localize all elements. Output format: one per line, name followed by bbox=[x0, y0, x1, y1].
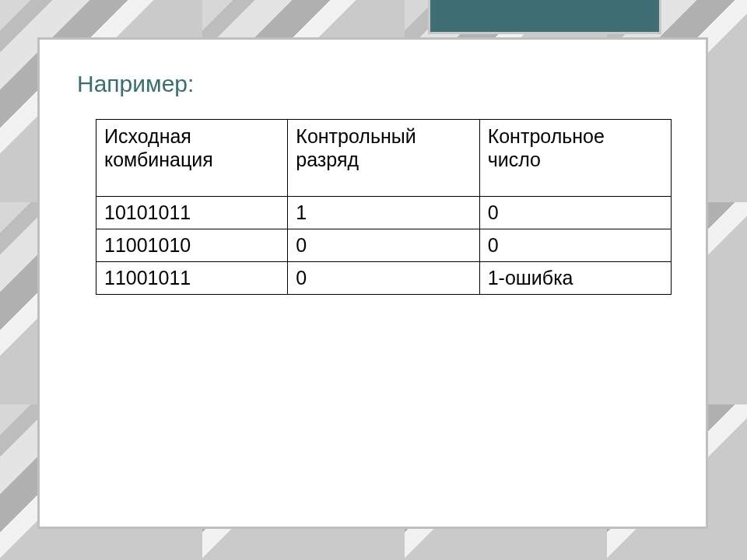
cell-parity: 1 bbox=[288, 197, 479, 229]
slide-title: Например: bbox=[77, 71, 668, 97]
cell-parity: 0 bbox=[288, 229, 479, 262]
cell-control: 0 bbox=[479, 229, 671, 262]
accent-tab bbox=[428, 0, 661, 34]
table-row: 10101011 1 0 bbox=[96, 197, 672, 229]
cell-parity: 0 bbox=[288, 262, 479, 295]
table-row: 11001011 0 1-ошибка bbox=[96, 262, 672, 295]
cell-source: 11001010 bbox=[96, 229, 288, 262]
col-header-control: Контрольное число bbox=[479, 120, 671, 197]
table-header-row: Исходная комбинация Контрольный разряд К… bbox=[96, 120, 672, 197]
cell-control: 1-ошибка bbox=[479, 262, 671, 295]
parity-table: Исходная комбинация Контрольный разряд К… bbox=[96, 119, 672, 295]
cell-source: 11001011 bbox=[96, 262, 288, 295]
col-header-source: Исходная комбинация bbox=[96, 120, 288, 197]
table-row: 11001010 0 0 bbox=[96, 229, 672, 262]
cell-control: 0 bbox=[479, 197, 671, 229]
slide-frame: Например: Исходная комбинация Контрольны… bbox=[37, 37, 708, 529]
cell-source: 10101011 bbox=[96, 197, 288, 229]
col-header-parity: Контрольный разряд bbox=[288, 120, 479, 197]
